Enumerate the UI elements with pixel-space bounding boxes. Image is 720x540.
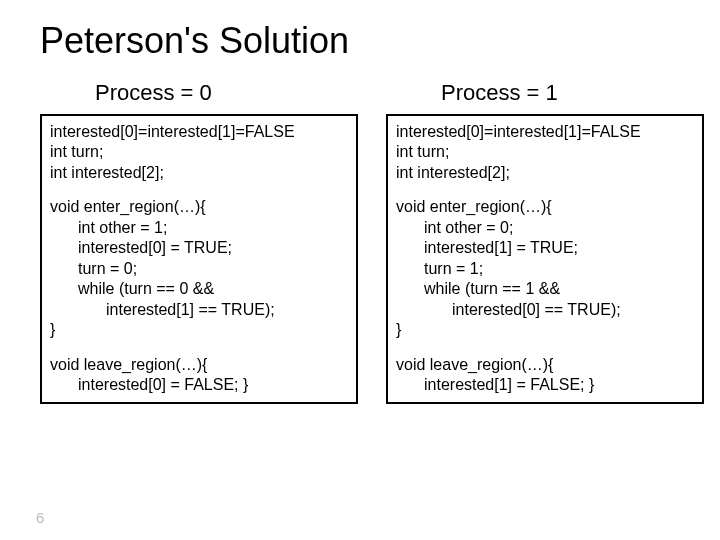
code-line: interested[0]=interested[1]=FALSE <box>396 122 694 142</box>
decl-block-right: interested[0]=interested[1]=FALSE int tu… <box>396 122 694 183</box>
left-column: Process = 0 interested[0]=interested[1]=… <box>40 80 358 404</box>
leave-block-right: void leave_region(…){ interested[1] = FA… <box>396 355 694 396</box>
code-line: int other = 1; <box>50 218 348 238</box>
right-column: Process = 1 interested[0]=interested[1]=… <box>386 80 704 404</box>
code-line: interested[0] == TRUE); <box>396 300 694 320</box>
code-line: interested[0] = FALSE; } <box>50 375 348 395</box>
columns-container: Process = 0 interested[0]=interested[1]=… <box>40 80 690 404</box>
page-number: 6 <box>36 509 44 526</box>
code-line: interested[1] == TRUE); <box>50 300 348 320</box>
enter-block-right: void enter_region(…){ int other = 0; int… <box>396 197 694 340</box>
code-line: void enter_region(…){ <box>50 197 348 217</box>
code-line: turn = 1; <box>396 259 694 279</box>
process-header-left: Process = 0 <box>95 80 358 106</box>
code-line: interested[0] = TRUE; <box>50 238 348 258</box>
enter-block-left: void enter_region(…){ int other = 1; int… <box>50 197 348 340</box>
leave-block-left: void leave_region(…){ interested[0] = FA… <box>50 355 348 396</box>
code-line: void leave_region(…){ <box>50 355 348 375</box>
code-line: while (turn == 0 && <box>50 279 348 299</box>
code-line: interested[1] = TRUE; <box>396 238 694 258</box>
code-box-left: interested[0]=interested[1]=FALSE int tu… <box>40 114 358 404</box>
decl-block-left: interested[0]=interested[1]=FALSE int tu… <box>50 122 348 183</box>
code-box-right: interested[0]=interested[1]=FALSE int tu… <box>386 114 704 404</box>
code-line: while (turn == 1 && <box>396 279 694 299</box>
code-line: interested[1] = FALSE; } <box>396 375 694 395</box>
process-header-right: Process = 1 <box>441 80 704 106</box>
code-line: void leave_region(…){ <box>396 355 694 375</box>
code-line: } <box>50 320 348 340</box>
code-line: int turn; <box>396 142 694 162</box>
code-line: int turn; <box>50 142 348 162</box>
code-line: void enter_region(…){ <box>396 197 694 217</box>
code-line: interested[0]=interested[1]=FALSE <box>50 122 348 142</box>
code-line: int interested[2]; <box>50 163 348 183</box>
code-line: int interested[2]; <box>396 163 694 183</box>
slide-title: Peterson's Solution <box>40 20 690 62</box>
code-line: turn = 0; <box>50 259 348 279</box>
code-line: int other = 0; <box>396 218 694 238</box>
code-line: } <box>396 320 694 340</box>
